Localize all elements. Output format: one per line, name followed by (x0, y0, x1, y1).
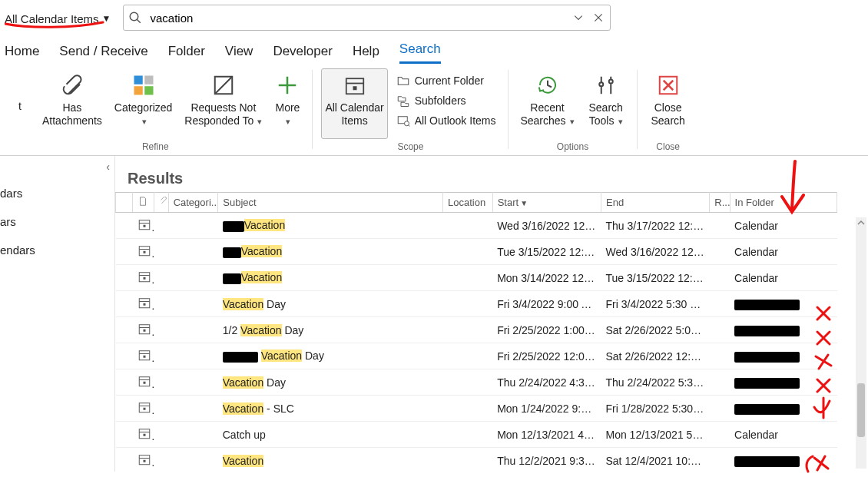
table-row[interactable]: 1/2 Vacation DayFri 2/25/2022 1:00 PMSat… (116, 317, 837, 343)
plus-icon (274, 72, 300, 98)
table-row[interactable]: VacationTue 3/15/2022 12:00 ...Wed 3/16/… (116, 239, 837, 265)
calendar-item-icon (133, 343, 154, 369)
chevron-down-icon: ▾ (568, 117, 575, 126)
nav-item[interactable]: ars (0, 207, 114, 236)
calendar-item-icon (133, 239, 154, 265)
chevron-down-icon: ▾ (142, 117, 147, 126)
search-tools-button[interactable]: Search Tools ▾ (583, 68, 629, 139)
cell-in-folder: Calendar (730, 239, 837, 265)
cell-subject: 1/2 Vacation Day (218, 317, 443, 343)
tab-home[interactable]: Home (5, 41, 39, 64)
calendar-item-icon (133, 317, 154, 343)
col-end[interactable]: End (601, 193, 710, 213)
tab-send-receive[interactable]: Send / Receive (59, 41, 147, 64)
sort-desc-icon: ▼ (520, 199, 528, 207)
clear-search-icon[interactable] (591, 11, 605, 25)
history-icon (535, 72, 561, 98)
navigation-pane[interactable]: ‹ darsarsendars (0, 156, 115, 472)
has-attachments-label: Has Attachments (42, 101, 102, 128)
tab-developer[interactable]: Developer (273, 41, 333, 64)
all-outlook-items-button[interactable]: All Outlook Items (393, 111, 500, 130)
svg-rect-50 (143, 460, 145, 462)
col-location[interactable]: Location (443, 193, 493, 213)
has-attachments-button[interactable]: Has Attachments (38, 68, 106, 139)
calendar-item-icon (133, 448, 154, 472)
table-row[interactable]: Catch upMon 12/13/2021 4:00...Mon 12/13/… (116, 422, 837, 448)
group-label-refine: Refine (142, 140, 169, 155)
close-search-button[interactable]: Close Search (645, 68, 691, 139)
current-folder-button[interactable]: Current Folder (393, 71, 500, 90)
col-blank[interactable] (116, 193, 133, 213)
cell-start: Mon 1/24/2022 9:00 ... (492, 396, 601, 422)
cell-end: Sat 12/4/2021 10:00 ... (601, 448, 710, 472)
cell-subject: Vacation Day (218, 343, 443, 369)
collapse-pane-icon[interactable]: ‹ (106, 161, 110, 173)
search-scope-dropdown[interactable]: All Calendar Items ▼ (3, 9, 115, 27)
requests-not-responded-button[interactable]: Requests Not Responded To ▾ (181, 68, 266, 139)
outlook-items-icon (396, 114, 410, 128)
table-row[interactable]: VacationThu 12/2/2021 9:30 A...Sat 12/4/… (116, 448, 837, 472)
search-input[interactable] (148, 8, 565, 28)
cell-start: Thu 2/24/2022 4:30 A... (492, 369, 601, 396)
chevron-down-icon: ▼ (102, 13, 111, 24)
search-icon (128, 11, 142, 25)
svg-rect-4 (134, 76, 142, 84)
col-recurrence[interactable]: R... (710, 193, 730, 213)
calendar-item-icon (133, 422, 154, 448)
all-calendar-items-button[interactable]: All Calendar Items (321, 68, 387, 139)
svg-rect-29 (143, 277, 145, 280)
tab-folder[interactable]: Folder (168, 41, 205, 64)
col-subject[interactable]: Subject (218, 193, 443, 213)
categorized-button[interactable]: Categorized▾ (111, 68, 177, 139)
column-headers[interactable]: Categori... Subject Location Start▼ End … (116, 193, 837, 213)
recent-searches-button[interactable]: Recent Searches ▾ (516, 68, 578, 139)
nav-item[interactable]: dars (0, 179, 114, 207)
search-box[interactable] (123, 5, 611, 31)
cell-in-folder (730, 396, 837, 422)
cell-start: Mon 12/13/2021 4:00... (492, 422, 601, 448)
cell-end: Fri 3/4/2022 5:30 PM (601, 291, 710, 317)
tab-help[interactable]: Help (353, 41, 379, 64)
cell-in-folder (730, 343, 837, 369)
cell-subject: Vacation (218, 265, 443, 291)
subfolders-button[interactable]: Subfolders (393, 91, 500, 110)
vertical-scrollbar[interactable] (856, 217, 866, 469)
scrollbar-thumb[interactable] (857, 383, 865, 437)
table-row[interactable]: VacationWed 3/16/2022 12:00...Thu 3/17/2… (116, 213, 837, 239)
cell-start: Mon 3/14/2022 12:00... (492, 265, 601, 291)
table-row[interactable]: Vacation DayFri 3/4/2022 9:00 AMFri 3/4/… (116, 291, 837, 317)
svg-point-0 (131, 12, 139, 21)
search-history-dropdown[interactable] (571, 11, 585, 25)
cell-subject: Vacation (218, 213, 443, 239)
cell-end: Sat 2/26/2022 5:00 AM (601, 317, 710, 343)
cell-end: Fri 1/28/2022 5:30 PM (601, 396, 710, 422)
col-categories[interactable]: Categori... (168, 193, 218, 213)
partial-button[interactable]: t (6, 68, 34, 139)
cell-in-folder (730, 369, 837, 396)
more-button[interactable]: More▾ (270, 68, 304, 139)
cell-in-folder (730, 291, 837, 317)
table-row[interactable]: Vacation DayThu 2/24/2022 4:30 A...Thu 2… (116, 369, 837, 396)
nav-item[interactable]: endars (0, 236, 114, 264)
col-in-folder[interactable]: In Folder (730, 193, 837, 213)
table-row[interactable]: VacationMon 3/14/2022 12:00...Tue 3/15/2… (116, 265, 837, 291)
results-table: Categori... Subject Location Start▼ End … (115, 192, 837, 472)
cell-start: Wed 3/16/2022 12:00... (492, 213, 601, 239)
table-row[interactable]: Vacation DayFri 2/25/2022 12:00 A...Sat … (116, 343, 837, 369)
cell-subject: Vacation - SLC (218, 396, 443, 422)
cell-end: Sat 2/26/2022 12:00 ... (601, 343, 710, 369)
cell-start: Fri 3/4/2022 9:00 AM (492, 291, 601, 317)
calendar-item-icon (133, 291, 154, 317)
col-type-icon[interactable] (133, 193, 154, 213)
folder-icon (396, 74, 410, 88)
table-row[interactable]: Vacation - SLCMon 1/24/2022 9:00 ...Fri … (116, 396, 837, 422)
scroll-up-icon[interactable] (856, 217, 866, 228)
col-attachment-icon[interactable] (154, 193, 168, 213)
cell-in-folder (730, 448, 837, 472)
tab-view[interactable]: View (225, 41, 253, 64)
col-start[interactable]: Start▼ (492, 193, 601, 213)
tab-search[interactable]: Search (399, 38, 441, 64)
cell-subject: Vacation Day (218, 369, 443, 396)
group-label-scope: Scope (397, 140, 423, 155)
ribbon: t Has Attachments Categorized▾ (0, 64, 868, 156)
